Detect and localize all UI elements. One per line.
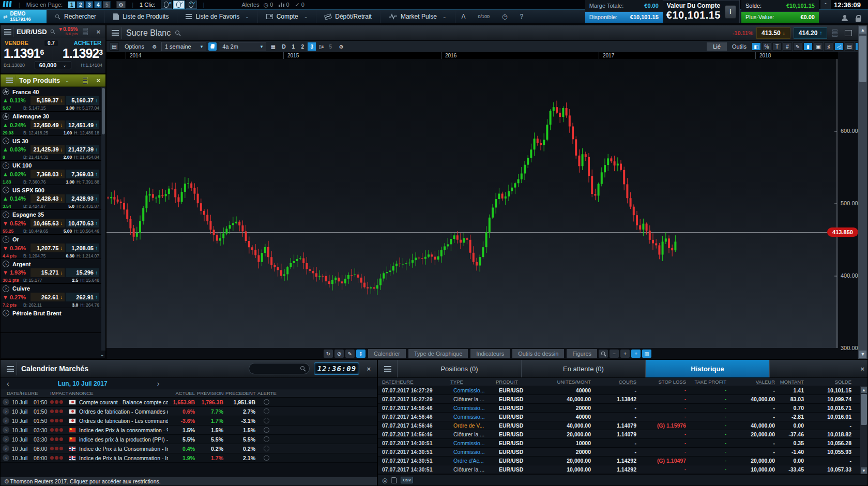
chart-period-1[interactable]: 1	[289, 42, 297, 51]
alert-toggle[interactable]	[264, 446, 269, 451]
chevron-right-icon[interactable]: ›	[3, 427, 9, 433]
nav-item-liste-de-favoris[interactable]: Liste de Favoris⌄	[177, 10, 257, 23]
alert-toggle[interactable]	[264, 455, 269, 461]
history-row[interactable]: 07.07.2017 14:30:51Commissio...EUR/USD10…	[378, 439, 860, 448]
zoom-in-icon[interactable]: +	[620, 350, 630, 358]
tab-en-attente-[interactable]: En attente (0)	[522, 360, 646, 377]
transaction-type[interactable]: Commissio...	[450, 387, 496, 393]
grid-icon[interactable]: #	[783, 42, 792, 51]
column-header[interactable]: PRÉVISION	[197, 390, 225, 396]
calendar-row[interactable]: ›10 Juil08:00Indice de Prix à la Consomm…	[1, 453, 377, 463]
scrollbar[interactable]: ▲▼	[858, 25, 867, 359]
dock-left-icon[interactable]: ◧	[752, 42, 761, 51]
buy-price-button[interactable]: 12,451.49↑	[66, 120, 100, 129]
alarm-clock-icon[interactable]: ◷0	[264, 2, 277, 8]
column-header[interactable]: PRODUIT	[496, 379, 540, 385]
percent-100-icon[interactable]: 0/100	[472, 10, 496, 23]
expand-vertical-icon[interactable]: ⇕	[356, 350, 366, 358]
buy-price-button[interactable]: 1,208.05↑	[66, 244, 100, 252]
panel-menu-button[interactable]	[3, 27, 13, 37]
transaction-type[interactable]: Commissio...	[450, 414, 496, 420]
calendar-row[interactable]: ›10 Juil01:50Ordres de fabrication - Les…	[1, 416, 377, 426]
buy-price-button[interactable]: 5,160.37↑	[66, 96, 100, 105]
sell-price-button[interactable]: 1,207.75↓	[31, 244, 65, 252]
history-row[interactable]: 07.07.2017 16:27:29Commissio...EUR/USD40…	[378, 386, 860, 395]
order-check-icon[interactable]: ✓0	[295, 2, 308, 8]
chart-period-2[interactable]: 2	[298, 42, 307, 51]
chart-period-D[interactable]: D	[280, 42, 288, 51]
account-badge[interactable]: ⇄ DEMO15179146	[0, 10, 47, 23]
buy-price-button[interactable]: 10,470.63↑	[66, 219, 100, 227]
panel-menu-button[interactable]	[3, 75, 16, 85]
history-row[interactable]: 07.07.2017 16:27:29Clôturer la ...EUR/US…	[378, 395, 860, 404]
layout-page-4[interactable]: 4	[94, 1, 102, 8]
sell-price-button[interactable]: 15.271↓	[31, 268, 65, 277]
chevron-right-icon[interactable]: ›	[3, 399, 9, 405]
column-header[interactable]: PRÉCÉDENT	[225, 390, 257, 396]
sell-price-button[interactable]: 1.13916	[4, 46, 43, 61]
gear-icon[interactable]: ⚙	[337, 42, 346, 51]
auto-scale-icon[interactable]: ▥	[642, 350, 651, 358]
layout-page-3[interactable]: 3	[85, 1, 93, 8]
chart-plot-area[interactable]	[106, 59, 838, 348]
layout-icon[interactable]: ▣	[814, 42, 823, 51]
link-button[interactable]: Lié	[707, 42, 727, 51]
chart-menu-indicateurs[interactable]: Indicateurs	[470, 349, 510, 358]
sell-price-button[interactable]: 10,465.63↓	[31, 219, 65, 227]
alert-toggle[interactable]	[264, 408, 269, 414]
sell-price-button[interactable]: 2,428.43↓	[31, 194, 65, 203]
mouse-check-icon[interactable]: ✓	[173, 1, 185, 9]
layout-page-2[interactable]: 2	[77, 1, 84, 8]
candle-type-icon[interactable]: ▮	[803, 42, 813, 51]
buy-price-button[interactable]: 2,428.93↑	[66, 194, 100, 203]
transaction-type[interactable]: Clôturer la ...	[450, 396, 496, 402]
column-header[interactable]: ACTUEL	[168, 390, 197, 396]
nav-item-market-pulse[interactable]: Market Pulse⌄	[380, 10, 455, 23]
pointer-icon[interactable]: ◁	[834, 42, 844, 51]
csv-export-icon[interactable]: CSV	[401, 477, 413, 483]
percent-scale-icon[interactable]: %	[762, 42, 771, 51]
gear-icon[interactable]: ⚙	[150, 42, 159, 51]
close-panel-button[interactable]: ×	[363, 365, 374, 373]
calendar-row[interactable]: ›10 Juil03:30Indice des Prix à la consom…	[1, 426, 377, 435]
column-header[interactable]: VALEUR	[729, 379, 778, 385]
nav-item-liste-de-produits[interactable]: Liste de Produits	[105, 10, 177, 23]
product-name-row[interactable]: ›Argent	[3, 260, 99, 268]
chevron-right-icon[interactable]: ›	[3, 436, 9, 443]
buy-price-button[interactable]: 262.91↑	[66, 293, 100, 301]
close-panel-button[interactable]: ×	[857, 365, 867, 373]
text-size-icon[interactable]: T	[772, 42, 782, 51]
quantity-selector[interactable]: 60,000⌄	[35, 61, 71, 69]
range-select[interactable]: 4a 2m▾	[219, 42, 266, 51]
panel-menu-button[interactable]	[378, 360, 398, 377]
chart-sell-button[interactable]: 413.50↓	[756, 27, 790, 39]
buy-price-button[interactable]: 1.13923	[63, 46, 102, 61]
history-row[interactable]: 07.07.2017 14:56:46Commissio...EUR/USD40…	[378, 413, 860, 421]
transaction-type[interactable]: Ordre de V...	[450, 422, 496, 429]
alert-toggle[interactable]	[264, 427, 269, 433]
chevron-down-icon[interactable]: ⌄	[65, 78, 69, 83]
chart-period-3[interactable]: 3	[308, 42, 316, 51]
chart-alert-icon[interactable]: 0	[279, 2, 292, 8]
calendar-row[interactable]: ›10 Juil08:00Indice de Prix à la Consomm…	[1, 444, 377, 453]
alert-toggle[interactable]	[264, 418, 269, 423]
nav-item-rechercher[interactable]: Rechercher	[47, 10, 105, 23]
options-button[interactable]: Options	[121, 42, 148, 51]
layout-page-5[interactable]: 5	[103, 1, 111, 8]
list-icon[interactable]: ▤	[110, 42, 119, 51]
scroll-down-icon[interactable]: ⌄	[100, 352, 104, 357]
chevron-right-icon[interactable]: ›	[3, 445, 9, 452]
column-header[interactable]: ALERTE	[257, 390, 276, 396]
column-header[interactable]: DATE/HEURE	[1, 390, 50, 396]
history-row[interactable]: 07.07.2017 14:56:46Ordre de V...EUR/USD4…	[378, 421, 860, 430]
print-icon[interactable]: ▤	[845, 42, 854, 51]
transaction-type[interactable]: Commissio...	[450, 440, 496, 446]
zoom-out-icon[interactable]: −	[610, 350, 619, 358]
help-icon[interactable]: ?	[514, 10, 530, 23]
history-row[interactable]: 07.07.2017 14:56:46Commissio...EUR/USD20…	[378, 404, 860, 413]
history-row[interactable]: 07.07.2017 14:30:51Clôturer la ...EUR/US…	[378, 465, 860, 474]
panel-menu-button[interactable]	[4, 362, 17, 375]
drafting-tools-icon[interactable]: Λ	[455, 10, 472, 23]
product-name-row[interactable]: ›UK 100	[3, 162, 99, 170]
column-header[interactable]: STOP LOSS	[639, 379, 689, 385]
